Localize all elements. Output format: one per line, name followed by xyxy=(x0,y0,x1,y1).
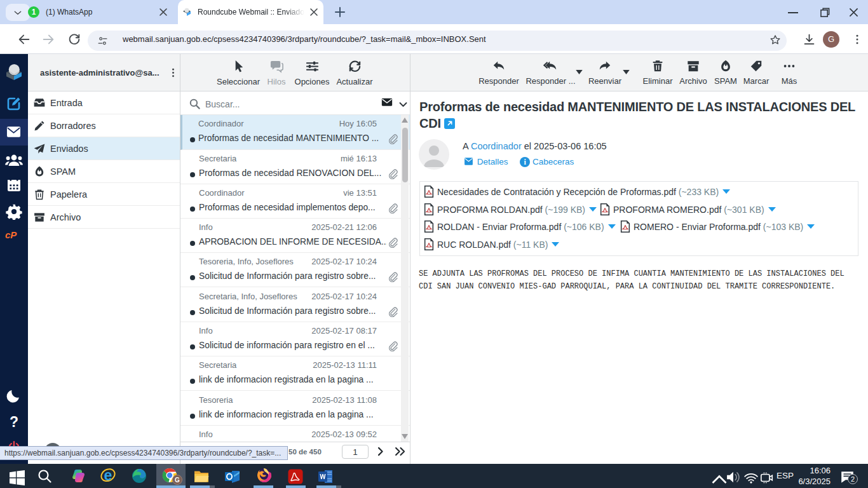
svg-text:e: e xyxy=(104,468,112,483)
